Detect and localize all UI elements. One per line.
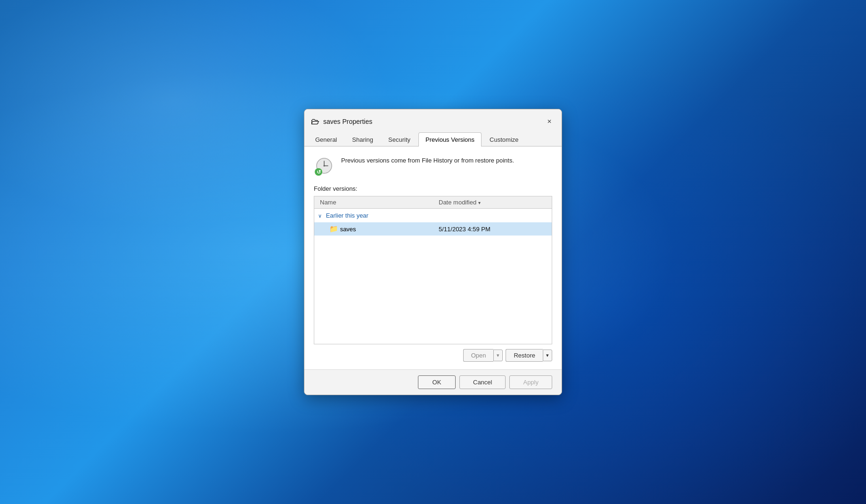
close-button[interactable]: ✕	[543, 115, 556, 128]
versions-table: Name Date modified ▾ ∨ Earlier this year	[314, 196, 552, 344]
svg-text:↺: ↺	[317, 169, 321, 175]
restore-button[interactable]: Restore	[506, 349, 543, 362]
sort-indicator: ▾	[478, 200, 481, 205]
tab-general[interactable]: General	[308, 132, 344, 146]
info-row: ↺ Previous versions come from File Histo…	[314, 156, 552, 176]
properties-dialog: 🗁 saves Properties ✕ General Sharing Sec…	[304, 109, 562, 395]
versions-table-body: ∨ Earlier this year 📁 saves 5/11/2023 4:…	[314, 209, 552, 344]
cancel-button[interactable]: Cancel	[459, 375, 506, 389]
restore-dropdown-button[interactable]: ▾	[543, 350, 552, 361]
row-folder-icon: 📁	[329, 225, 338, 233]
ok-button[interactable]: OK	[418, 375, 456, 389]
dialog-footer: OK Cancel Apply	[304, 369, 562, 395]
title-bar-folder-icon: 🗁	[311, 117, 319, 126]
tab-security[interactable]: Security	[381, 132, 417, 146]
col-name-header: Name	[320, 199, 336, 206]
svg-point-3	[324, 165, 325, 167]
group-chevron-icon: ∨	[318, 213, 322, 219]
tab-customize[interactable]: Customize	[482, 132, 525, 146]
open-dropdown-button[interactable]: ▾	[493, 350, 503, 361]
empty-table-space	[314, 236, 552, 344]
open-button-group: Open ▾	[463, 349, 503, 362]
group-label: Earlier this year	[326, 212, 368, 219]
col-date-header: Date modified	[439, 199, 476, 206]
title-bar: 🗁 saves Properties ✕	[304, 109, 562, 132]
open-button[interactable]: Open	[463, 349, 494, 362]
row-name: saves	[340, 226, 356, 233]
apply-button[interactable]: Apply	[509, 375, 552, 389]
row-date: 5/11/2023 4:59 PM	[439, 226, 490, 233]
action-buttons-row: Open ▾ Restore ▾	[314, 344, 552, 362]
tab-content: ↺ Previous versions come from File Histo…	[304, 146, 562, 369]
tab-previous-versions[interactable]: Previous Versions	[418, 132, 482, 146]
table-row[interactable]: 📁 saves 5/11/2023 4:59 PM	[314, 222, 552, 236]
info-description: Previous versions come from File History…	[341, 156, 514, 165]
restore-button-group: Restore ▾	[506, 349, 552, 362]
tab-sharing[interactable]: Sharing	[345, 132, 380, 146]
clock-restore-icon: ↺	[314, 156, 334, 176]
tab-bar: General Sharing Security Previous Versio…	[304, 132, 562, 146]
group-header-row: ∨ Earlier this year	[314, 209, 552, 223]
folder-versions-label: Folder versions:	[314, 185, 552, 192]
dialog-title: saves Properties	[323, 118, 539, 125]
